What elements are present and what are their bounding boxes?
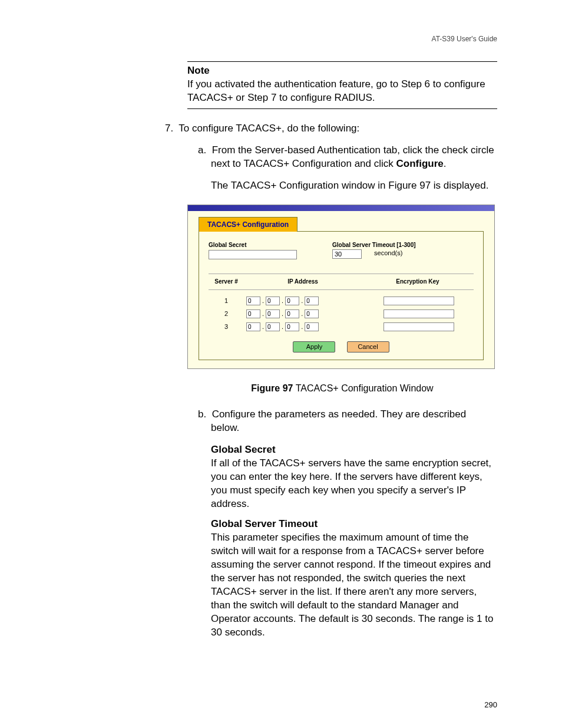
param-global-server-timeout: Global Server Timeout This parameter spe… <box>211 518 497 639</box>
step-7-text: To configure TACACS+, do the following: <box>178 123 359 134</box>
figure-caption: Figure 97 TACACS+ Configuration Window <box>187 382 497 395</box>
substep-a-continuation: The TACACS+ Configuration window in Figu… <box>211 179 497 193</box>
ip-octet-input[interactable] <box>285 309 299 318</box>
param-gst-body: This parameter specifies the maximum amo… <box>211 531 497 640</box>
ip-octet-input[interactable] <box>266 309 280 318</box>
encryption-key-input[interactable] <box>384 309 454 318</box>
apply-button[interactable]: Apply <box>293 341 335 353</box>
param-gs-body: If all of the TACACS+ servers have the s… <box>211 457 497 511</box>
ip-octet-input[interactable] <box>305 309 319 318</box>
server-table-header: Server # IP Address Encryption Key <box>209 274 474 290</box>
substep-b-letter: b. <box>198 409 206 420</box>
col-ip-header: IP Address <box>244 278 362 286</box>
substep-a-text1: From the Server-based Authentication tab… <box>211 144 494 169</box>
substep-a-bold: Configure <box>396 158 444 169</box>
col-ek-header: Encryption Key <box>362 278 474 286</box>
substep-a-letter: a. <box>198 144 206 156</box>
tacacs-tab[interactable]: TACACS+ Configuration <box>199 217 297 232</box>
ip-octet-input[interactable] <box>305 322 319 331</box>
param-global-secret: Global Secret If all of the TACACS+ serv… <box>211 443 497 511</box>
param-gst-title: Global Server Timeout <box>211 518 497 531</box>
substep-a-text2: . <box>444 158 447 169</box>
col-server-header: Server # <box>209 278 244 286</box>
server-num: 2 <box>209 309 244 318</box>
tacacs-config-window: TACACS+ Configuration Global Secret Glob… <box>187 205 495 370</box>
ip-octet-input[interactable] <box>305 297 319 305</box>
figure-97: TACACS+ Configuration Global Secret Glob… <box>187 205 497 395</box>
figure-caption-rest: TACACS+ Configuration Window <box>293 383 433 393</box>
figure-caption-bold: Figure 97 <box>251 383 293 393</box>
global-secret-label: Global Secret <box>209 241 297 249</box>
window-titlebar <box>188 205 494 211</box>
ip-octet-input[interactable] <box>266 322 280 331</box>
page-number: 290 <box>484 700 497 710</box>
ip-octet-input[interactable] <box>266 297 280 305</box>
global-secret-group: Global Secret <box>209 241 297 260</box>
param-gs-title: Global Secret <box>211 443 497 457</box>
note-body: If you activated the authentication feat… <box>187 78 497 105</box>
substep-a: a. From the Server-based Authentication … <box>198 144 497 171</box>
page-header: AT-S39 User's Guide <box>65 34 497 44</box>
timeout-unit: second(s) <box>374 249 402 256</box>
tacacs-panel: Global Secret Global Server Timeout [1-3… <box>199 231 484 360</box>
step-7-num: 7. <box>165 123 173 134</box>
encryption-key-input[interactable] <box>384 297 454 305</box>
ip-octet-input[interactable] <box>285 297 299 305</box>
note-block: Note If you activated the authentication… <box>187 61 497 109</box>
ip-octet-input[interactable] <box>246 322 260 331</box>
step-7: 7. To configure TACACS+, do the followin… <box>165 122 497 136</box>
encryption-key-input[interactable] <box>384 322 454 331</box>
note-title: Note <box>187 64 497 78</box>
substep-b: b. Configure the parameters as needed. T… <box>198 408 497 435</box>
global-secret-input[interactable] <box>209 250 297 259</box>
table-row: 2 ... <box>209 308 474 321</box>
ip-octet-input[interactable] <box>285 322 299 331</box>
timeout-label: Global Server Timeout [1-300] <box>332 241 416 249</box>
cancel-button[interactable]: Cancel <box>347 341 389 353</box>
server-num: 1 <box>209 297 244 305</box>
table-row: 3 ... <box>209 321 474 334</box>
ip-octet-input[interactable] <box>246 309 260 318</box>
timeout-group: Global Server Timeout [1-300] second(s) <box>332 241 416 260</box>
server-num: 3 <box>209 322 244 331</box>
timeout-input[interactable] <box>332 249 362 259</box>
ip-octet-input[interactable] <box>246 297 260 305</box>
substep-b-text: Configure the parameters as needed. They… <box>211 409 466 433</box>
table-row: 1 ... <box>209 295 474 308</box>
